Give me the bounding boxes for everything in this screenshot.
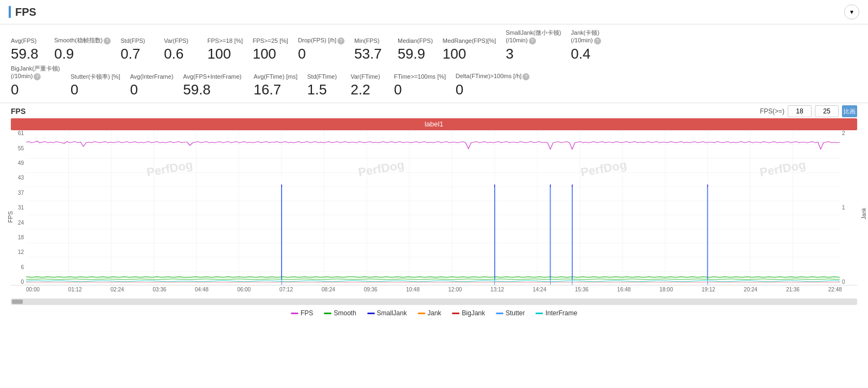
fps-legend-label: FPS	[301, 309, 313, 317]
dropdown-button[interactable]: ▾	[844, 4, 859, 20]
stat-value: 100	[443, 46, 466, 62]
stat-value: 100	[207, 46, 231, 62]
y-axis-left: FPS 61 55 49 43 37 31 24 18 12 6 0	[11, 130, 26, 285]
interframe-legend-label: InterFrame	[545, 309, 577, 317]
stat-label: SmallJank(微小卡顿)(/10min)?	[506, 29, 561, 44]
stat-value: 0	[394, 81, 401, 98]
stat-avg-fps: Avg(FPS) 59.8	[11, 37, 54, 62]
stat-label: Avg(InterFrame)	[130, 73, 174, 80]
stat-ftime100: FTime>=100ms [%] 0	[394, 73, 456, 98]
stat-value: 1.5	[307, 81, 327, 98]
bigjank-legend-dot	[452, 313, 459, 314]
y-axis-right: 2 1 0 Jank	[840, 130, 857, 285]
help-icon[interactable]: ?	[594, 37, 601, 44]
stat-jank: Jank(卡顿)(/10min)? 0.4	[571, 29, 625, 62]
help-icon[interactable]: ?	[104, 37, 111, 44]
stat-value: 0.9	[54, 46, 74, 62]
stat-value: 53.7	[354, 46, 382, 62]
stat-std-ftime: Std(FTime) 1.5	[307, 73, 350, 98]
smalljank-legend-label: SmallJank	[377, 309, 407, 317]
fps18-input[interactable]	[788, 105, 812, 117]
stat-var-fps: Var(FPS) 0.6	[164, 37, 207, 62]
page-title: FPS	[9, 6, 36, 18]
stat-fps25: FPS>=25 [%] 100	[253, 37, 298, 62]
stat-value: 0.6	[164, 46, 183, 62]
help-icon[interactable]: ?	[522, 73, 529, 80]
legend-bigjank: BigJank	[452, 309, 485, 317]
interframe-legend-dot	[535, 313, 543, 314]
legend-smalljank: SmallJank	[367, 309, 407, 317]
title-text: FPS	[15, 6, 36, 18]
stats-row-1: Avg(FPS) 59.8 Smooth(稳帧指数)? 0.9 Std(FPS)…	[11, 29, 857, 62]
stat-label: Stutter(卡顿率) [%]	[71, 73, 120, 80]
x-axis: 00:00 01:12 02:24 03:36 04:48 06:00 07:1…	[11, 285, 857, 294]
legend-stutter: Stutter	[496, 309, 525, 317]
legend-interframe: InterFrame	[535, 309, 577, 317]
stat-label: Median(FPS)	[398, 37, 433, 44]
fps-controls: FPS(>=) 比画	[760, 105, 857, 117]
fps-legend-dot	[291, 313, 298, 314]
smooth-legend-label: Smooth	[334, 309, 356, 317]
stat-label: Avg(FPS+InterFrame)	[183, 73, 242, 80]
stat-value: 0	[71, 81, 78, 98]
stat-smalljank: SmallJank(微小卡顿)(/10min)? 3	[506, 29, 571, 62]
stat-avg-fps-interframe: Avg(FPS+InterFrame) 59.8	[183, 73, 254, 98]
stat-delta-ftime: Delta(FTime)>100ms [/h]? 0	[456, 72, 542, 98]
legend-jank: Jank	[418, 309, 441, 317]
stat-value: 0	[298, 46, 305, 62]
stat-value: 16.7	[254, 81, 282, 98]
stat-value: 3	[506, 46, 513, 62]
stat-medrange-fps: MedRange(FPS)[%] 100	[443, 37, 506, 62]
stat-value: 0	[456, 81, 463, 98]
label-bar: label1	[11, 118, 857, 130]
smalljank-legend-dot	[367, 313, 375, 314]
header: FPS ▾	[0, 0, 868, 24]
stat-label: MedRange(FPS)[%]	[443, 37, 496, 44]
stutter-legend-label: Stutter	[506, 309, 525, 317]
smooth-legend-dot	[324, 313, 331, 314]
stat-var-ftime: Var(FTime) 2.2	[350, 73, 394, 98]
chart-container: label1 PerfDog PerfDog PerfDog PerfDog F…	[11, 118, 857, 297]
stat-avg-interframe: Avg(InterFrame) 0	[130, 73, 183, 98]
scrollbar[interactable]	[11, 298, 857, 305]
stat-value: 59.9	[398, 46, 425, 62]
stat-min-fps: Min(FPS) 53.7	[354, 37, 398, 62]
stat-label: Var(FPS)	[164, 37, 188, 44]
compare-button[interactable]: 比画	[842, 105, 857, 117]
stat-label: FTime>=100ms [%]	[394, 73, 446, 80]
stat-value: 0.4	[571, 46, 590, 62]
chevron-down-icon: ▾	[850, 8, 853, 16]
stat-value: 100	[253, 46, 276, 62]
chart-title: FPS	[11, 107, 25, 116]
fps-axis-label: FPS	[7, 211, 14, 222]
stat-smooth: Smooth(稳帧指数)? 0.9	[54, 36, 120, 62]
help-icon[interactable]: ?	[34, 73, 41, 80]
help-icon[interactable]: ?	[529, 37, 536, 44]
stat-value: 59.8	[183, 81, 211, 98]
scroll-thumb[interactable]	[12, 300, 23, 304]
help-icon[interactable]: ?	[337, 37, 344, 44]
stat-label: BigJank(严重卡顿)(/10min)?	[11, 65, 60, 80]
stats-row-2: BigJank(严重卡顿)(/10min)? 0 Stutter(卡顿率) [%…	[11, 65, 857, 98]
chart-svg	[26, 130, 840, 285]
jank-legend-dot	[418, 313, 425, 314]
stat-bigjank: BigJank(严重卡顿)(/10min)? 0	[11, 65, 71, 98]
fps25-input[interactable]	[815, 105, 839, 117]
legend-fps: FPS	[291, 309, 313, 317]
stat-label: Delta(FTime)>100ms [/h]?	[456, 72, 530, 80]
stat-fps18: FPS>=18 [%] 100	[207, 37, 252, 62]
jank-axis-label: Jank	[861, 208, 867, 219]
stat-value: 0	[130, 81, 138, 98]
chart-area: FPS 61 55 49 43 37 31 24 18 12 6 0	[11, 130, 857, 285]
stat-label: FPS>=25 [%]	[253, 37, 288, 44]
stat-label: Drop(FPS) [/h]?	[298, 36, 344, 44]
stat-drop-fps: Drop(FPS) [/h]? 0	[298, 36, 354, 62]
stat-value: 0	[11, 81, 18, 98]
jank-legend-label: Jank	[427, 309, 441, 317]
stat-value: 0.7	[120, 46, 140, 62]
fps-ge-label: FPS(>=)	[760, 107, 784, 115]
stat-label: FPS>=18 [%]	[207, 37, 242, 44]
stat-label: Smooth(稳帧指数)?	[54, 36, 111, 44]
stat-label: Std(FTime)	[307, 73, 337, 80]
stat-stutter: Stutter(卡顿率) [%] 0	[71, 73, 130, 98]
